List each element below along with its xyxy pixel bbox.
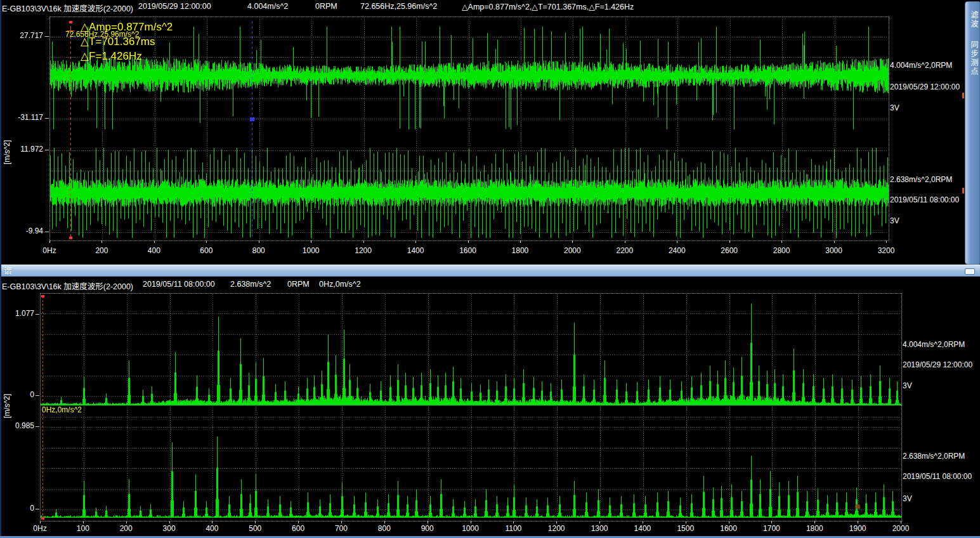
x-tick-label: 200: [106, 524, 147, 533]
wave-right-label-6: 3V: [890, 216, 899, 225]
spectrum-amplitude: 2.638m/s^2: [230, 280, 271, 289]
x-tick-label: 1000: [291, 246, 331, 255]
waveform-datetime: 2019/05/29 12:00:00: [138, 2, 211, 11]
spec-ylabel-4: 0: [3, 504, 34, 513]
waveform-amplitude: 4.004m/s^2: [247, 2, 288, 11]
x-tick-mark: [513, 521, 514, 523]
x-tick-label: 300: [149, 524, 190, 533]
x-tick-mark: [259, 240, 259, 243]
x-tick-label: 1500: [665, 524, 706, 533]
spec-right-label-4: 2.638m/s^2,0RPM: [903, 452, 965, 461]
wave-ylabel-4: -9.94: [3, 226, 43, 235]
x-tick-label: 2800: [761, 246, 802, 255]
x-tick-label: 3200: [866, 246, 906, 255]
x-tick-mark: [384, 521, 385, 523]
x-tick-mark: [729, 240, 730, 243]
x-tick-mark: [771, 521, 772, 523]
x-tick-label: 2200: [604, 246, 645, 255]
spectrum-rpm: 0RPM: [287, 280, 310, 289]
x-tick-mark: [814, 521, 815, 523]
x-tick-label: 400: [134, 246, 174, 255]
spectrum-plot-canvas[interactable]: [40, 293, 902, 522]
waveform-cursor-readout: 72.656Hz,25.96m/s^2: [360, 2, 437, 11]
spec-right-label-2: 2019/05/29 12:00:00: [903, 360, 972, 369]
x-tick-label: 600: [186, 246, 226, 255]
spec-y-unit: [m/s^2]: [3, 371, 11, 441]
overlap-artifact: [855, 504, 860, 509]
x-tick-mark: [415, 240, 416, 243]
y-tick-mark: [45, 36, 49, 37]
x-tick-label: 1400: [395, 246, 436, 255]
delta-t-annotation: △T=701.367ms: [81, 35, 155, 48]
x-tick-mark: [686, 521, 686, 523]
x-tick-mark: [572, 240, 573, 243]
x-tick-mark: [677, 240, 677, 243]
tab-filter[interactable]: 滤波: [965, 7, 979, 32]
spectrum-caption-bar: 谱: [0, 265, 980, 277]
wave-ylabel-1: 27.717: [3, 31, 43, 40]
x-tick-mark: [83, 521, 84, 523]
x-tick-label: 700: [321, 524, 362, 533]
x-tick-label: 3000: [814, 246, 854, 255]
x-tick-mark: [255, 521, 256, 523]
x-tick-label: 900: [407, 524, 448, 533]
x-tick-mark: [363, 240, 364, 243]
x-tick-mark: [428, 521, 428, 523]
x-tick-label: 1100: [493, 524, 533, 533]
x-tick-label: 1600: [709, 524, 749, 533]
x-tick-mark: [901, 521, 901, 523]
delta-f-annotation: △F=1.426Hz: [81, 49, 142, 63]
x-tick-label: 1700: [751, 524, 792, 533]
delta-amp-annotation: △Amp=0.877m/s^2: [81, 20, 173, 34]
x-tick-mark: [206, 240, 207, 243]
x-tick-mark: [101, 240, 102, 243]
x-tick-mark: [298, 521, 299, 523]
spectrum-datetime: 2019/05/11 08:00:00: [143, 280, 215, 289]
x-tick-mark: [311, 240, 311, 243]
x-tick-mark: [154, 240, 155, 243]
y-tick-mark: [45, 232, 49, 232]
wave-right-label-5: 2019/05/11 08:00:00: [890, 195, 959, 204]
wave-right-label-2: 2019/05/29 12:00:00: [890, 82, 960, 91]
x-tick-mark: [834, 240, 835, 243]
spec-right-label-1: 4.004m/s^2,0RPM: [903, 340, 965, 349]
wave-right-label-3: 3V: [890, 103, 899, 112]
x-tick-mark: [169, 521, 170, 523]
x-tick-label: 1200: [536, 524, 577, 533]
x-tick-label: 2400: [657, 246, 697, 255]
tab-sync-points[interactable]: 同步测点: [965, 36, 979, 81]
x-tick-label: 0Hz: [20, 524, 60, 533]
x-tick-mark: [471, 521, 471, 523]
x-tick-label: 500: [235, 524, 275, 533]
y-tick-mark: [36, 314, 39, 315]
x-tick-mark: [886, 240, 887, 243]
y-tick-mark: [36, 395, 39, 396]
waveform-plot-canvas[interactable]: [49, 16, 889, 241]
x-tick-mark: [40, 521, 41, 523]
waveform-rpm: 0RPM: [315, 2, 337, 11]
spec-right-label-3: 3V: [903, 381, 912, 390]
x-tick-mark: [520, 240, 521, 243]
edge-marker-upper: [962, 93, 964, 98]
spectrum-cursor-annotation: 0Hz,0m/s^2: [42, 405, 82, 414]
spectrum-title: E-GB103\3V\16k 加速度波形(2-2000): [2, 280, 133, 292]
y-tick-mark: [36, 426, 39, 427]
panel-restore-icon[interactable]: [965, 268, 975, 275]
x-tick-label: 0Hz: [29, 246, 70, 255]
wave-y-unit: [m/s^2]: [3, 117, 11, 187]
x-tick-mark: [729, 521, 729, 523]
waveform-delta-readout: △Amp=0.877m/s^2,△T=701.367ms,△F=1.426Hz: [462, 2, 634, 11]
app-window: E-GB103\3V\16k 加速度波形(2-2000) 2019/05/29 …: [0, 0, 980, 538]
window-frame-left: [0, 0, 1, 538]
x-tick-label: 1200: [343, 246, 384, 255]
x-tick-label: 1600: [448, 246, 488, 255]
edge-marker-lower: [962, 188, 964, 194]
x-tick-label: 200: [81, 246, 122, 255]
spectrum-caption-label: 谱: [4, 266, 12, 276]
x-tick-mark: [212, 521, 212, 523]
spec-ylabel-1: 1.077: [3, 309, 34, 318]
x-tick-mark: [781, 240, 782, 243]
x-tick-label: 1900: [837, 524, 878, 533]
x-tick-label: 400: [192, 524, 232, 533]
x-tick-label: 1800: [794, 524, 835, 533]
